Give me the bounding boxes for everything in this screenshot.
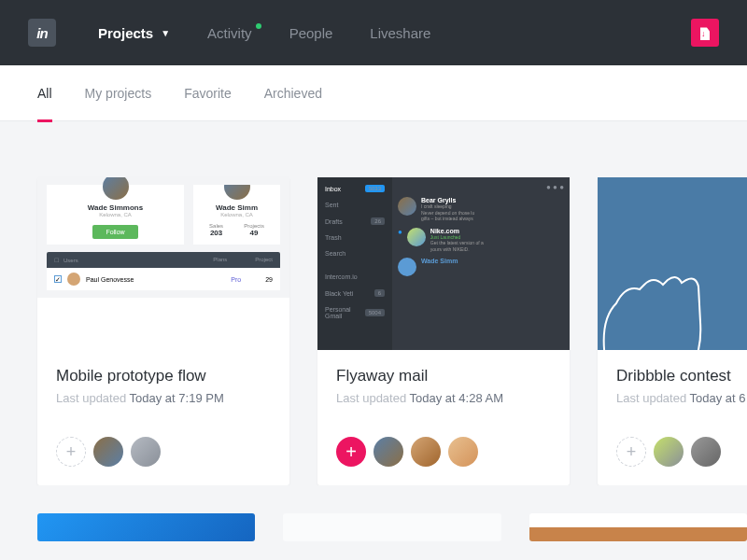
project-card[interactable] [283,513,500,541]
nav-people[interactable]: People [289,25,333,41]
collaborator-avatar[interactable] [654,437,684,467]
project-tabs: All My projects Favorite Archieved [0,65,747,121]
collaborator-avatar[interactable] [691,437,721,467]
project-title: Flyaway mail [336,367,551,385]
tab-all[interactable]: All [37,65,52,121]
collaborator-avatar[interactable] [411,437,441,467]
project-title: Dribbble contest [616,367,747,385]
chevron-down-icon: ▼ [161,28,170,38]
upload-file-icon [698,25,712,40]
notification-dot-icon [256,23,261,29]
project-grid-row2 [0,485,747,541]
nav-projects-label: Projects [98,25,153,41]
tab-favorite[interactable]: Favorite [184,65,232,121]
project-card[interactable] [37,513,255,541]
tab-archived[interactable]: Archieved [264,65,322,121]
project-meta: Last updated Today at 7:19 PM [56,391,271,405]
nav-projects[interactable]: Projects ▼ [98,25,170,41]
plus-icon: + [627,442,637,462]
project-grid: Wade Simmons Kelowna, CA Follow Wade Sim… [0,121,747,485]
collaborator-avatar[interactable] [448,437,478,467]
collaborator-avatar[interactable] [374,437,403,467]
project-thumbnail [598,177,747,350]
plus-icon: + [345,441,357,463]
project-meta: Last updated Today at 6 [616,391,747,405]
add-collaborator-button[interactable]: + [616,437,646,467]
nav-liveshare[interactable]: Liveshare [370,25,430,41]
nav-activity-label: Activity [207,25,252,41]
plus-icon: + [66,442,77,462]
project-thumbnail: Inbox5033 Sent Drafts26 Trash Search Int… [317,177,570,350]
collaborator-avatar[interactable] [93,437,123,467]
upload-button[interactable] [691,19,719,47]
project-card[interactable] [529,513,747,541]
project-thumbnail: Wade Simmons Kelowna, CA Follow Wade Sim… [37,177,289,350]
main-nav: Projects ▼ Activity People Liveshare [98,25,430,41]
project-card[interactable]: Dribbble contest Last updated Today at 6… [598,177,747,485]
project-card[interactable]: Inbox5033 Sent Drafts26 Trash Search Int… [317,177,570,485]
nav-activity[interactable]: Activity [207,25,252,41]
project-card[interactable]: Wade Simmons Kelowna, CA Follow Wade Sim… [37,177,289,485]
add-collaborator-button[interactable]: + [56,437,86,467]
add-collaborator-button[interactable]: + [336,437,366,467]
project-meta: Last updated Today at 4:28 AM [336,391,551,405]
logo[interactable]: in [28,19,56,47]
header: in Projects ▼ Activity People Liveshare [0,0,747,65]
project-title: Mobile prototype flow [56,367,271,385]
tab-my-projects[interactable]: My projects [85,65,152,121]
collaborator-avatar[interactable] [131,437,161,467]
